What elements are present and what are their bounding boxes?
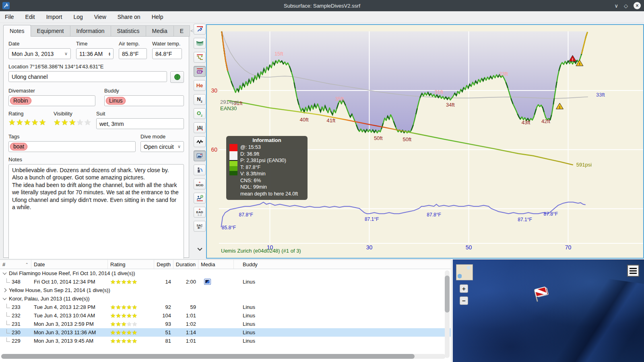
tab-equipment[interactable]: Equipment bbox=[31, 25, 70, 37]
toolbar-photos-icon[interactable] bbox=[194, 150, 206, 161]
overview-map-toggle[interactable] bbox=[456, 264, 473, 280]
info-box-title: Information bbox=[229, 137, 304, 143]
air-temp-field[interactable]: 85.8°F bbox=[119, 48, 147, 59]
toolbar-deco-time-icon[interactable] bbox=[194, 193, 206, 204]
sort-asc-icon: ⌃ bbox=[25, 262, 29, 267]
dive-buddy: Linus bbox=[234, 321, 451, 327]
menu-item-log[interactable]: Log bbox=[73, 14, 83, 20]
buddy-input[interactable]: Linus bbox=[104, 95, 184, 106]
menu-item-view[interactable]: View bbox=[94, 14, 106, 20]
menu-item-share-on[interactable]: Share on bbox=[118, 14, 140, 20]
tab-statistics[interactable]: Statistics bbox=[111, 25, 146, 37]
toolbar-pp-helium-button[interactable]: He bbox=[194, 80, 206, 91]
water-temp-field[interactable]: 84.8°F bbox=[152, 48, 182, 59]
vertical-scrollbar[interactable] bbox=[445, 270, 450, 358]
scrollbar-thumb[interactable] bbox=[1, 354, 415, 359]
map-zoom-out-button[interactable]: − bbox=[460, 296, 468, 305]
info-box-rows: @: 15:53D: 36.9ftP: 2,381psi (EAN30)T: 8… bbox=[240, 144, 298, 197]
horizontal-scrollbar[interactable] bbox=[1, 354, 446, 359]
tab-media[interactable]: Media bbox=[146, 25, 174, 37]
scrollbar-thumb[interactable] bbox=[445, 276, 450, 313]
expand-icon[interactable] bbox=[3, 288, 7, 292]
toolbar-tank-bar-icon[interactable] bbox=[194, 66, 206, 77]
dive-row[interactable]: 230Mon Jun 3, 2013 11:36 AM★★★★★511:14Li… bbox=[0, 328, 451, 337]
menu-item-help[interactable]: Help bbox=[152, 14, 163, 20]
star-icon: ★ bbox=[110, 278, 116, 285]
tab-information[interactable]: Information bbox=[70, 25, 111, 37]
toolbar-tissues-icon[interactable] bbox=[194, 165, 206, 175]
visibility-stars[interactable]: ★★★★★ bbox=[54, 118, 91, 126]
map-menu-button[interactable] bbox=[627, 265, 639, 277]
tab-bar: NotesEquipmentInformationStatisticsMedia… bbox=[3, 25, 189, 37]
date-combobox[interactable]: Mon Jun 3, 2013∨ bbox=[8, 48, 71, 59]
toolbar-pp-oxygen-button[interactable]: O2 bbox=[194, 108, 206, 119]
tab-e[interactable]: E bbox=[173, 25, 190, 37]
divemaster-tag[interactable]: Robin bbox=[10, 97, 31, 105]
menu-item-file[interactable]: File bbox=[5, 14, 14, 20]
spinner-arrows-icon[interactable]: ▴▾ bbox=[106, 52, 110, 56]
dive-duration: 1:14 bbox=[173, 329, 198, 335]
suit-input[interactable]: wet, 3mm bbox=[96, 118, 184, 129]
column-header-media[interactable]: Media bbox=[198, 260, 234, 269]
tag-chip[interactable]: boat bbox=[10, 143, 27, 150]
dive-site-map[interactable]: + − bbox=[453, 259, 644, 362]
collapse-icon[interactable] bbox=[3, 296, 7, 300]
dive-trip-row[interactable]: Koror, Palau, Jun 2013 (11 dive(s)) bbox=[0, 294, 451, 303]
tags-input[interactable]: boat bbox=[8, 141, 136, 152]
notes-textarea[interactable]: Unbelievable dive. Dozens and dozens of … bbox=[8, 164, 184, 260]
dive-row[interactable]: 231Mon Jun 3, 2013 2:59 PM★★★★★931:02Lin… bbox=[0, 320, 451, 328]
dive-row[interactable]: 348Fri Oct 10, 2014 12:34 PM★★★★★142:00L… bbox=[0, 278, 451, 286]
collapse-icon[interactable] bbox=[3, 271, 7, 275]
divemaster-input[interactable]: Robin bbox=[8, 95, 95, 106]
star-icon: ★ bbox=[61, 118, 69, 127]
dive-mode-select[interactable]: Open circuit∨ bbox=[140, 141, 184, 152]
star-icon: ★ bbox=[116, 329, 121, 336]
toolbar-pp-nitrogen-button[interactable]: N2 bbox=[194, 94, 206, 105]
location-input[interactable]: Ulong channel bbox=[8, 71, 167, 82]
dive-duration: 2:00 bbox=[173, 279, 198, 285]
svg-text:85.8°F: 85.8°F bbox=[222, 225, 236, 230]
dive-row[interactable]: 233Tue Jun 4, 2013 12:28 PM★★★★★9259Linu… bbox=[0, 303, 451, 311]
star-icon: ★ bbox=[69, 118, 76, 127]
toolbar-scroll-down-icon[interactable] bbox=[194, 244, 206, 255]
column-header-depth[interactable]: Depth bbox=[154, 260, 173, 269]
dive-flag-marker[interactable] bbox=[531, 284, 552, 305]
dive-date: Fri Oct 10, 2014 12:34 PM bbox=[31, 279, 108, 285]
close-button[interactable]: × bbox=[634, 2, 641, 9]
column-header-rating[interactable]: Rating bbox=[108, 260, 154, 269]
dive-row[interactable]: 232Tue Jun 4, 2013 10:04 AM★★★★★1041:01L… bbox=[0, 311, 451, 320]
globe-button[interactable] bbox=[170, 71, 184, 83]
dive-buddy: Linus bbox=[234, 304, 451, 310]
dive-date: Mon Jun 3, 2013 9:45 AM bbox=[31, 338, 108, 344]
menu-item-edit[interactable]: Edit bbox=[25, 14, 35, 20]
column-header-buddy[interactable]: Buddy bbox=[234, 260, 451, 269]
star-icon: ★ bbox=[132, 329, 137, 336]
column-header-duration[interactable]: Duration bbox=[173, 260, 198, 269]
media-thumbnail-icon[interactable] bbox=[204, 279, 211, 285]
dive-trip-row[interactable]: Divi Flamingo House Reef, Fri Oct 10, 20… bbox=[0, 269, 451, 278]
rating-stars[interactable]: ★★★★★ bbox=[8, 118, 48, 126]
column-header-date[interactable]: Date bbox=[31, 260, 108, 269]
toolbar-sac-button[interactable]: SAC▦⏱ bbox=[194, 221, 206, 232]
map-zoom-in-button[interactable]: + bbox=[460, 284, 468, 293]
dive-number: 348 bbox=[12, 279, 21, 285]
tab-notes[interactable]: Notes bbox=[3, 25, 31, 37]
toolbar-gradient-factor-icon[interactable] bbox=[194, 38, 206, 49]
toolbar-mod-button[interactable]: +MOD bbox=[194, 179, 206, 189]
menu-item-import[interactable]: Import bbox=[46, 14, 62, 20]
toolbar-ead-button[interactable]: +EAD(...) bbox=[194, 207, 206, 218]
toolbar-ascent-rate-icon[interactable] bbox=[194, 24, 206, 35]
dive-trip-row[interactable]: Yellow House, Sun Sep 21, 2014 (1 dive(s… bbox=[0, 286, 451, 294]
buddy-tag[interactable]: Linus bbox=[106, 97, 126, 105]
column-header-num[interactable]: #⌃ bbox=[0, 260, 31, 269]
notes-tab-content: Date Mon Jun 3, 2013∨ Time 11:36 AM ▴▾ bbox=[3, 36, 189, 258]
dive-row[interactable]: 229Mon Jun 3, 2013 9:45 AM★★★★★811:01Lin… bbox=[0, 337, 451, 345]
time-spinbox[interactable]: 11:36 AM ▴▾ bbox=[76, 48, 114, 59]
toolbar-heart-rate-icon[interactable] bbox=[194, 136, 206, 147]
maximize-button[interactable]: ◇ bbox=[624, 3, 628, 8]
toolbar-calculated-ceiling-icon[interactable] bbox=[194, 52, 206, 63]
dive-buddy: Linus bbox=[234, 279, 451, 285]
minimize-button[interactable]: ∨ bbox=[614, 3, 618, 8]
dive-profile-chart[interactable]: 30601030507031ft15ft40ft41ft35ft50ft50ft… bbox=[206, 24, 644, 259]
toolbar-dc-ceiling-icon[interactable]: |Δ| bbox=[194, 122, 206, 133]
